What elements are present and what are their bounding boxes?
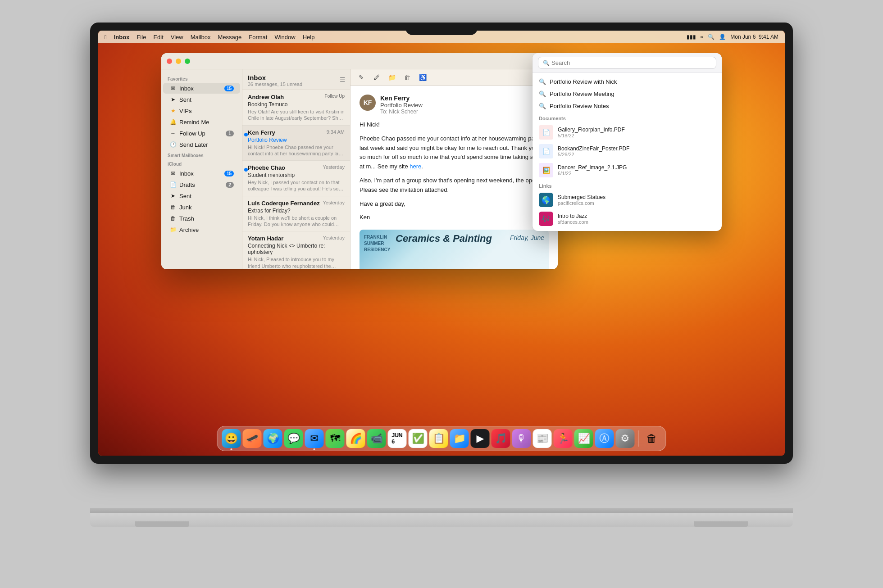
- trash-button[interactable]: 🗑: [402, 72, 413, 83]
- menu-mail[interactable]: Inbox: [114, 34, 130, 41]
- sidebar-item-icloud-drafts[interactable]: 📄 Drafts 2: [163, 179, 240, 190]
- doc-name: BookandZineFair_Poster.PDF: [558, 145, 715, 152]
- menu-view[interactable]: View: [171, 34, 183, 41]
- dock-app-sysprefs[interactable]: ⚙: [616, 429, 635, 448]
- mail-time: Follow Up: [325, 94, 345, 99]
- dock-app-tv[interactable]: ▶: [471, 429, 490, 448]
- dock-app-finder[interactable]: 😀: [222, 429, 241, 448]
- search-input[interactable]: [551, 59, 711, 66]
- search-suggestion-item[interactable]: 🔍 Portfolio Review Meeting: [533, 88, 722, 100]
- mail-item[interactable]: Phoebe Chao Yesterday Student mentorship…: [242, 161, 350, 196]
- sidebar-item-follow-up[interactable]: → Follow Up 1: [163, 128, 240, 139]
- mail-item[interactable]: Luis Coderque Fernandez Yesterday Extras…: [242, 196, 350, 232]
- macbook-foot-right: [694, 521, 748, 527]
- search-doc-item[interactable]: 📄 BookandZineFair_Poster.PDF 5/26/22: [533, 142, 722, 161]
- close-button[interactable]: [167, 59, 172, 64]
- dock-app-mail[interactable]: ✉: [305, 429, 324, 448]
- sidebar: Favorites ✉ Inbox 15 ➤ Sent ★ VIPs: [161, 69, 242, 269]
- tv-icon: ▶: [476, 433, 484, 444]
- sidebar-item-trash[interactable]: 🗑 Trash: [163, 213, 240, 224]
- menu-help[interactable]: Help: [303, 34, 315, 41]
- dock-app-messages[interactable]: 💬: [284, 429, 303, 448]
- link-name: Intro to Jazz: [558, 213, 715, 219]
- dock-app-photos[interactable]: 🌈: [346, 429, 365, 448]
- filter-icon[interactable]: ☰: [340, 76, 346, 83]
- apple-menu[interactable]: : [105, 34, 107, 41]
- search-suggestion-item[interactable]: 🔍 Portfolio Review Notes: [533, 100, 722, 112]
- news-icon: 📰: [536, 433, 548, 444]
- sidebar-item-icloud-sent[interactable]: ➤ Sent: [163, 190, 240, 201]
- search-input-bar: 🔍: [533, 53, 722, 73]
- menu-edit[interactable]: Edit: [153, 34, 163, 41]
- trash-icon: 🗑: [169, 215, 177, 222]
- minimize-button[interactable]: [176, 59, 181, 64]
- email-paragraph-1: Phoebe Chao passed me your contact info …: [360, 134, 549, 172]
- user-icon[interactable]: 👤: [719, 34, 726, 40]
- dock-app-podcasts[interactable]: 🎙: [512, 429, 531, 448]
- macbook-hinge: [90, 508, 793, 513]
- dock-app-fitness[interactable]: 🏃: [554, 429, 573, 448]
- dock-app-appstore[interactable]: Ⓐ: [595, 429, 614, 448]
- suggestion-text: Portfolio Review Meeting: [550, 90, 614, 97]
- search-input-field[interactable]: 🔍: [538, 57, 716, 69]
- dock-app-music[interactable]: 🎵: [492, 429, 510, 448]
- reminders-icon: ✅: [412, 433, 424, 444]
- search-suggestion-item[interactable]: 🔍 Portfolio Review with Nick: [533, 76, 722, 88]
- search-doc-item[interactable]: 🖼️ Dancer_Ref_image_2.1.JPG 6/1/22: [533, 161, 722, 180]
- sidebar-icloud-inbox-label: Inbox: [179, 170, 224, 177]
- icloud-inbox-badge: 15: [224, 171, 234, 176]
- dock-app-facetime[interactable]: 📹: [367, 429, 386, 448]
- sidebar-smart-label: Smart Mailboxes: [161, 150, 242, 159]
- star-icon: ★: [169, 107, 177, 114]
- mail-subject: Student mentorship: [248, 172, 345, 178]
- menu-format[interactable]: Format: [249, 34, 267, 41]
- dock-app-numbers[interactable]: 📈: [574, 429, 593, 448]
- email-body: Hi Nick! Phoebe Chao passed me your cont…: [360, 120, 549, 222]
- menu-file[interactable]: File: [137, 34, 146, 41]
- dock-app-maps[interactable]: 🗺: [326, 429, 345, 448]
- icloud-inbox-icon: ✉: [169, 170, 177, 177]
- junk-button[interactable]: ♿: [417, 72, 428, 83]
- mail-preview: Hi Nick, Pleased to introduce you to my …: [248, 256, 345, 269]
- sidebar-item-send-later[interactable]: 🕐 Send Later: [163, 139, 240, 150]
- mail-item[interactable]: Yotam Hadar Yesterday Connecting Nick <>…: [242, 231, 350, 269]
- search-menubar-icon[interactable]: 🔍: [708, 34, 715, 40]
- sidebar-sent-label: Sent: [179, 96, 234, 103]
- mail-time: 9:34 AM: [327, 129, 345, 135]
- mail-item[interactable]: Andrew Olah Follow Up Booking Temuco Hey…: [242, 90, 350, 126]
- compose-icon[interactable]: 🖉: [371, 72, 382, 83]
- sidebar-item-junk[interactable]: 🗑 Junk: [163, 202, 240, 213]
- dock-app-files[interactable]: 📁: [450, 429, 469, 448]
- sidebar-item-icloud-inbox[interactable]: ✉ Inbox 15: [163, 168, 240, 179]
- sidebar-item-vips[interactable]: ★ VIPs: [163, 105, 240, 116]
- menu-window[interactable]: Window: [274, 34, 295, 41]
- mail-toolbar: ✎ 🖉 📁 🗑 ♿ »: [350, 69, 558, 86]
- dock-app-news[interactable]: 📰: [533, 429, 552, 448]
- dock-app-safari[interactable]: 🌍: [264, 429, 282, 448]
- dock-app-reminders[interactable]: ✅: [409, 429, 428, 448]
- search-link-item[interactable]: 🌎 Submerged Statues pacificrelics.com: [533, 190, 722, 209]
- mail-item[interactable]: Ken Ferry 9:34 AM Portfolio Review Hi Ni…: [242, 126, 350, 161]
- email-link[interactable]: here: [410, 163, 421, 170]
- sidebar-item-remind-me[interactable]: 🔔 Remind Me: [163, 117, 240, 127]
- sidebar-item-sent[interactable]: ➤ Sent: [163, 94, 240, 105]
- search-link-item[interactable]: 🎶 Intro to Jazz sfdances.com: [533, 209, 722, 228]
- menu-mailbox[interactable]: Mailbox: [191, 34, 211, 41]
- jpg-thumb: 🖼️: [539, 163, 553, 177]
- search-doc-item[interactable]: 📄 Gallery_Floorplan_Info.PDF 5/18/22: [533, 123, 722, 142]
- compose-button[interactable]: ✎: [356, 72, 367, 83]
- dock-app-trash[interactable]: 🗑: [642, 429, 661, 448]
- search-overlay: 🔍 🔍 Portfolio Review with Nick 🔍 Portfol…: [533, 53, 722, 231]
- dock-app-calendar[interactable]: JUN6: [388, 429, 407, 448]
- sidebar-remind-label: Remind Me: [179, 119, 234, 126]
- sidebar-item-inbox[interactable]: ✉ Inbox 15: [163, 83, 240, 94]
- dock-app-notes[interactable]: 📋: [429, 429, 448, 448]
- dock-app-launchpad[interactable]: 🛹: [243, 429, 262, 448]
- mail-subject: Booking Temuco: [248, 101, 345, 108]
- maximize-button[interactable]: [185, 59, 190, 64]
- suggestion-search-icon: 🔍: [539, 78, 546, 85]
- sidebar-item-archive[interactable]: 📁 Archive: [163, 224, 240, 235]
- archive-button[interactable]: 📁: [387, 72, 397, 83]
- finder-dot: [231, 448, 232, 450]
- menu-message[interactable]: Message: [218, 34, 242, 41]
